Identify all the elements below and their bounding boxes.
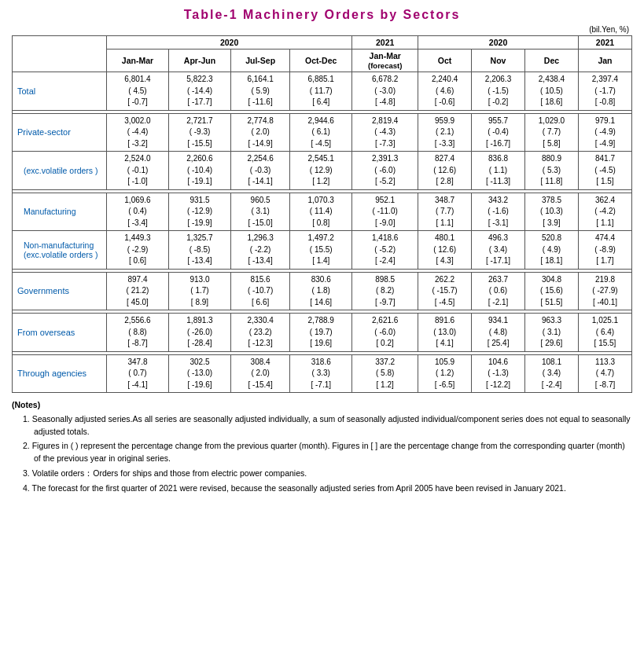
data-cell: 2,330.4 ( 23.2) [ -12.3] xyxy=(230,314,289,352)
data-cell: 1,070.3 ( 11.4) [ 0.8] xyxy=(290,193,352,231)
note-2: 2. Figures in ( ) represent the percenta… xyxy=(23,440,632,465)
data-cell: 1,449.3 ( -2.9) [ 0.6] xyxy=(107,231,169,270)
data-cell: 2,524.0 ( -0.1) [ -1.0] xyxy=(107,152,169,190)
data-cell: 880.9 ( 5.3) [ 11.8] xyxy=(525,152,579,190)
data-cell: 113.3 ( 4.7) [ -8.7] xyxy=(578,354,631,393)
data-cell: 2,721.7 ( -9.3) [ -15.5] xyxy=(169,113,231,152)
data-cell: 827.4 ( 12.6) [ 2.8] xyxy=(418,152,472,190)
table-row: Through agencies347.8 ( 0.7) [ -4.1]302.… xyxy=(13,354,632,393)
data-cell: 934.1 ( 4.8) [ 25.4] xyxy=(472,314,525,352)
data-cell: 2,819.4 ( -4.3) [ -7.3] xyxy=(352,113,418,152)
data-cell: 1,296.3 ( -2.2) [ -13.4] xyxy=(230,231,289,270)
data-cell: 2,438.4 ( 10.5) [ 18.6] xyxy=(525,72,579,111)
data-cell: 474.4 ( -8.9) [ 1.7] xyxy=(578,231,631,270)
data-cell: 1,325.7 ( -8.5) [ -13.4] xyxy=(169,231,231,270)
row-label: Governments xyxy=(13,272,107,310)
table-row: Governments897.4 ( 21.2) [ 45.0]913.0 ( … xyxy=(13,272,632,310)
data-cell: 2,944.6 ( 6.1) [ -4.5] xyxy=(290,113,352,152)
data-cell: 931.5 ( -12.9) [ -19.9] xyxy=(169,193,231,231)
data-cell: 960.5 ( 3.1) [ -15.0] xyxy=(230,193,289,231)
data-cell: 302.5 ( -13.0) [ -19.6] xyxy=(169,354,231,393)
data-cell: 520.8 ( 4.9) [ 18.1] xyxy=(525,231,579,270)
data-cell: 348.7 ( 7.7) [ 1.1] xyxy=(418,193,472,231)
data-cell: 1,418.6 ( -5.2) [ -2.4] xyxy=(352,231,418,270)
data-cell: 841.7 ( -4.5) [ 1.5] xyxy=(578,152,631,190)
main-table: 2020 2021 2020 2021 Jan-Mar Apr-Jun Jul-… xyxy=(12,35,632,393)
data-cell: 891.6 ( 13.0) [ 4.1] xyxy=(418,314,472,352)
data-cell: 2,545.1 ( 12.9) [ 1.2] xyxy=(290,152,352,190)
data-cell: 480.1 ( 12.6) [ 4.3] xyxy=(418,231,472,270)
data-cell: 262.2 ( -15.7) [ -4.5] xyxy=(418,272,472,310)
data-cell: 304.8 ( 15.6) [ 51.5] xyxy=(525,272,579,310)
data-cell: 1,497.2 ( 15.5) [ 1.4] xyxy=(290,231,352,270)
data-cell: 2,240.4 ( 4.6) [ -0.6] xyxy=(418,72,472,111)
data-cell: 104.6 ( -1.3) [ -12.2] xyxy=(472,354,525,393)
data-cell: 5,822.3 ( -14.4) [ -17.7] xyxy=(169,72,231,111)
data-cell: 318.6 ( 3.3) [ -7.1] xyxy=(290,354,352,393)
data-cell: 378.5 ( 10.3) [ 3.9] xyxy=(525,193,579,231)
data-cell: 6,164.1 ( 5.9) [ -11.6] xyxy=(230,72,289,111)
data-cell: 2,254.6 ( -0.3) [ -14.1] xyxy=(230,152,289,190)
table-row: Private-sector3,002.0 ( -4.4) [ -3.2]2,7… xyxy=(13,113,632,152)
table-row: From overseas2,556.6 ( 8.8) [ -8.7]1,891… xyxy=(13,314,632,352)
notes-section: (Notes) 1. Seasonally adjusted series.As… xyxy=(12,399,632,494)
row-label: (exc.volatile orders ) xyxy=(13,152,107,190)
data-cell: 3,002.0 ( -4.4) [ -3.2] xyxy=(107,113,169,152)
data-cell: 952.1 ( -11.0) [ -9.0] xyxy=(352,193,418,231)
data-cell: 913.0 ( 1.7) [ 8.9] xyxy=(169,272,231,310)
unit-label: (bil.Yen, %) xyxy=(12,25,632,34)
data-cell: 2,397.4 ( -1.7) [ -0.8] xyxy=(578,72,631,111)
data-cell: 1,029.0 ( 7.7) [ 5.8] xyxy=(525,113,579,152)
data-cell: 2,774.8 ( 2.0) [ -14.9] xyxy=(230,113,289,152)
data-cell: 2,391.3 ( -6.0) [ -5.2] xyxy=(352,152,418,190)
data-cell: 963.3 ( 3.1) [ 29.6] xyxy=(525,314,579,352)
data-cell: 897.4 ( 21.2) [ 45.0] xyxy=(107,272,169,310)
data-cell: 979.1 ( -4.9) [ -4.9] xyxy=(578,113,631,152)
note-1: 1. Seasonally adjusted series.As all ser… xyxy=(23,413,632,438)
data-cell: 308.4 ( 2.0) [ -15.4] xyxy=(230,354,289,393)
row-label: Private-sector xyxy=(13,113,107,152)
data-cell: 830.6 ( 1.8) [ 14.6] xyxy=(290,272,352,310)
table-row: Manufacturing1,069.6 ( 0.4) [ -3.4]931.5… xyxy=(13,193,632,231)
table-row: Total6,801.4 ( 4.5) [ -0.7]5,822.3 ( -14… xyxy=(13,72,632,111)
data-cell: 836.8 ( 1.1) [ -11.3] xyxy=(472,152,525,190)
data-cell: 1,069.6 ( 0.4) [ -3.4] xyxy=(107,193,169,231)
data-cell: 2,260.6 ( -10.4) [ -19.1] xyxy=(169,152,231,190)
data-cell: 105.9 ( 1.2) [ -6.5] xyxy=(418,354,472,393)
data-cell: 347.8 ( 0.7) [ -4.1] xyxy=(107,354,169,393)
row-label: Total xyxy=(13,72,107,111)
data-cell: 2,621.6 ( -6.0) [ 0.2] xyxy=(352,314,418,352)
page-title: Table-1 Machinery Orders by Sectors xyxy=(12,8,632,22)
data-cell: 955.7 ( -0.4) [ -16.7] xyxy=(472,113,525,152)
data-cell: 2,206.3 ( -1.5) [ -0.2] xyxy=(472,72,525,111)
row-label: Manufacturing xyxy=(13,193,107,231)
row-label: From overseas xyxy=(13,314,107,352)
data-cell: 2,556.6 ( 8.8) [ -8.7] xyxy=(107,314,169,352)
table-row: Non-manufacturing(exc.volatile orders )1… xyxy=(13,231,632,270)
data-cell: 959.9 ( 2.1) [ -3.3] xyxy=(418,113,472,152)
data-cell: 2,788.9 ( 19.7) [ 19.6] xyxy=(290,314,352,352)
data-cell: 108.1 ( 3.4) [ -2.4] xyxy=(525,354,579,393)
row-label: Through agencies xyxy=(13,354,107,393)
data-cell: 343.2 ( -1.6) [ -3.1] xyxy=(472,193,525,231)
data-cell: 219.8 ( -27.9) [ -40.1] xyxy=(578,272,631,310)
data-cell: 337.2 ( 5.8) [ 1.2] xyxy=(352,354,418,393)
data-cell: 1,891.3 ( -26.0) [ -28.4] xyxy=(169,314,231,352)
table-row: (exc.volatile orders )2,524.0 ( -0.1) [ … xyxy=(13,152,632,190)
note-4: 4. The forecast for the first quarter of… xyxy=(23,482,632,495)
data-cell: 815.6 ( -10.7) [ 6.6] xyxy=(230,272,289,310)
data-cell: 362.4 ( -4.2) [ 1.1] xyxy=(578,193,631,231)
data-cell: 6,801.4 ( 4.5) [ -0.7] xyxy=(107,72,169,111)
data-cell: 898.5 ( 8.2) [ -9.7] xyxy=(352,272,418,310)
row-label: Non-manufacturing(exc.volatile orders ) xyxy=(13,231,107,270)
data-cell: 1,025.1 ( 6.4) [ 15.5] xyxy=(578,314,631,352)
data-cell: 6,885.1 ( 11.7) [ 6.4] xyxy=(290,72,352,111)
note-3: 3. Volatile orders：Orders for ships and … xyxy=(23,468,632,480)
data-cell: 6,678.2 ( -3.0) [ -4.8] xyxy=(352,72,418,111)
data-cell: 496.3 ( 3.4) [ -17.1] xyxy=(472,231,525,270)
data-cell: 263.7 ( 0.6) [ -2.1] xyxy=(472,272,525,310)
